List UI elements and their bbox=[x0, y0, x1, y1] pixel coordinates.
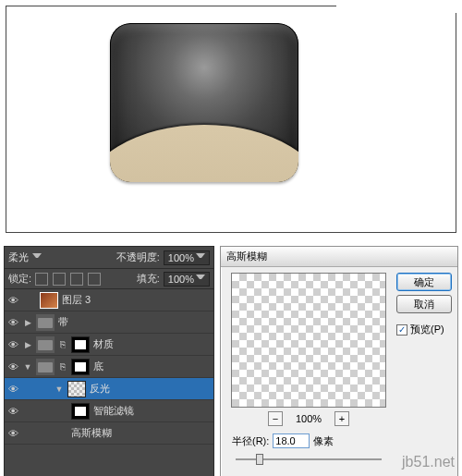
opacity-value: 100% bbox=[168, 252, 194, 263]
layer-row[interactable]: 👁 图层 3 bbox=[5, 289, 213, 311]
chevron-down-icon bbox=[196, 253, 205, 262]
lock-image-icon[interactable] bbox=[53, 273, 66, 286]
disclosure-icon[interactable]: ▼ bbox=[23, 362, 32, 372]
minus-icon: − bbox=[273, 413, 278, 424]
radius-unit: 像素 bbox=[313, 434, 334, 448]
slider-handle[interactable] bbox=[256, 454, 263, 465]
layer-name[interactable]: 底 bbox=[93, 360, 212, 373]
preview-checkbox-label: 预览(P) bbox=[410, 323, 444, 336]
visibility-icon[interactable]: 👁 bbox=[6, 360, 19, 373]
opacity-label: 不透明度: bbox=[116, 250, 160, 264]
watermark: jb51.net bbox=[402, 454, 455, 470]
preview-checkbox[interactable]: ✓ 预览(P) bbox=[396, 323, 452, 336]
visibility-icon[interactable]: 👁 bbox=[6, 294, 19, 307]
zoom-in-button[interactable]: + bbox=[334, 411, 349, 426]
layer-row[interactable]: 👁 ▶ 带 bbox=[5, 311, 213, 334]
dialog-title: 高斯模糊 bbox=[226, 250, 267, 263]
filter-preview[interactable] bbox=[231, 273, 386, 408]
dialog-title-bar[interactable]: 高斯模糊 bbox=[221, 247, 457, 267]
lock-all-icon[interactable] bbox=[88, 273, 101, 286]
zoom-out-button[interactable]: − bbox=[268, 411, 283, 426]
layer-row[interactable]: 👁 ▼ 反光 bbox=[5, 378, 213, 400]
layer-row[interactable]: 👁 ▼ ⎘ 底 bbox=[5, 356, 213, 378]
blend-mode-value: 柔光 bbox=[8, 250, 30, 264]
radius-label: 半径(R): bbox=[232, 434, 269, 448]
checkbox-icon: ✓ bbox=[396, 324, 407, 336]
layer-name[interactable]: 智能滤镜 bbox=[93, 404, 212, 418]
filter-name[interactable]: 高斯模糊 bbox=[71, 426, 212, 440]
fill-value: 100% bbox=[168, 274, 194, 285]
lock-transparent-icon[interactable] bbox=[35, 273, 48, 286]
visibility-icon[interactable]: 👁 bbox=[6, 338, 19, 351]
document-canvas[interactable] bbox=[6, 6, 456, 233]
blend-mode-dropdown[interactable]: 柔光 bbox=[8, 250, 42, 264]
layers-options-row: 柔光 不透明度: 100% bbox=[5, 247, 213, 269]
cancel-button[interactable]: 取消 bbox=[396, 295, 452, 313]
folder-icon[interactable] bbox=[36, 359, 55, 375]
visibility-icon[interactable]: 👁 bbox=[6, 383, 19, 396]
mask-thumbnail[interactable] bbox=[71, 359, 90, 375]
visibility-icon[interactable]: 👁 bbox=[6, 405, 19, 418]
fill-field[interactable]: 100% bbox=[164, 272, 210, 287]
wallet-artwork bbox=[110, 23, 298, 182]
layer-row[interactable]: 👁 ▶ ⎘ 材质 bbox=[5, 334, 213, 356]
radius-input[interactable] bbox=[273, 433, 310, 448]
lock-label: 锁定: bbox=[8, 272, 31, 286]
link-icon[interactable]: ⎘ bbox=[58, 339, 67, 349]
opacity-field[interactable]: 100% bbox=[164, 250, 210, 265]
zoom-controls: − 100% + bbox=[226, 411, 391, 426]
layer-row[interactable]: 👁 智能滤镜 bbox=[5, 400, 213, 422]
layer-row[interactable]: 👁 高斯模糊 bbox=[5, 422, 213, 445]
disclosure-icon[interactable]: ▼ bbox=[55, 384, 64, 394]
disclosure-icon[interactable]: ▶ bbox=[23, 318, 32, 327]
radius-row: 半径(R): 像素 bbox=[226, 433, 391, 448]
plus-icon: + bbox=[339, 413, 345, 424]
visibility-icon[interactable]: 👁 bbox=[6, 316, 19, 329]
disclosure-icon[interactable]: ▶ bbox=[23, 340, 32, 349]
zoom-level: 100% bbox=[296, 413, 322, 424]
link-icon[interactable]: ⎘ bbox=[58, 361, 67, 372]
chevron-down-icon bbox=[32, 253, 42, 262]
layer-name[interactable]: 图层 3 bbox=[62, 293, 212, 307]
gaussian-blur-dialog: 高斯模糊 − 100% + 半径(R): 像素 bbox=[220, 246, 458, 476]
layer-thumbnail[interactable] bbox=[40, 292, 58, 309]
layer-name[interactable]: 带 bbox=[58, 315, 212, 329]
lock-position-icon[interactable] bbox=[70, 273, 83, 286]
folder-icon[interactable] bbox=[36, 314, 55, 331]
layers-lock-row: 锁定: 填充: 100% bbox=[5, 269, 213, 289]
chevron-down-icon bbox=[196, 275, 205, 284]
radius-slider[interactable] bbox=[236, 452, 382, 467]
fill-label: 填充: bbox=[137, 272, 160, 286]
layer-list: 👁 图层 3 👁 ▶ 带 👁 ▶ ⎘ 材质 👁 ▼ bbox=[5, 289, 213, 445]
mask-thumbnail[interactable] bbox=[71, 336, 90, 353]
folder-icon[interactable] bbox=[36, 336, 55, 353]
smart-filter-mask[interactable] bbox=[71, 403, 90, 420]
ok-button[interactable]: 确定 bbox=[396, 273, 452, 291]
layer-thumbnail[interactable] bbox=[67, 381, 86, 397]
layer-name[interactable]: 材质 bbox=[93, 337, 212, 351]
layer-name[interactable]: 反光 bbox=[90, 382, 212, 396]
layers-panel: 柔光 不透明度: 100% 锁定: 填充: 100% 👁 bbox=[4, 246, 214, 476]
visibility-icon[interactable]: 👁 bbox=[6, 427, 19, 440]
